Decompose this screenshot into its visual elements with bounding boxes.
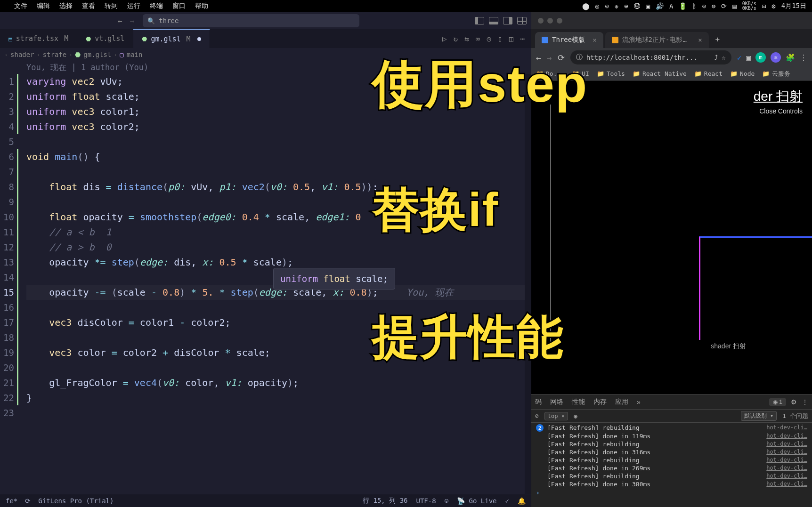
status-golive[interactable]: 📡 Go Live [457, 497, 496, 505]
code-line[interactable]: uniform vec3 color2; [26, 119, 531, 134]
code-line[interactable] [26, 164, 531, 179]
console-output[interactable]: 2[Fast Refresh] rebuildinghot-dev-cli…[F… [531, 423, 812, 507]
new-tab-icon[interactable]: + [711, 32, 725, 48]
status-icon[interactable]: ◎ [595, 2, 599, 10]
editor[interactable]: 1234567891011121314151617181920212223 va… [0, 74, 531, 494]
bookmark-folder[interactable]: 📁云服务 [762, 70, 790, 78]
issues-badge[interactable]: ◉ 1 [769, 398, 786, 406]
console-line[interactable]: 2[Fast Refresh] rebuildinghot-dev-cli… [531, 424, 812, 432]
link-icon[interactable]: ∞ [476, 34, 480, 43]
bluetooth-icon[interactable]: ᛒ [692, 2, 696, 10]
sync-icon[interactable]: ⟳ [721, 2, 727, 10]
console-line[interactable]: [Fast Refresh] rebuildinghot-dev-cli… [531, 456, 812, 464]
split-right-icon[interactable]: ◫ [509, 34, 514, 43]
bookmark-folder[interactable]: 📁Tools [597, 70, 625, 77]
search-icon[interactable]: ⊡ [762, 2, 766, 10]
record-icon[interactable]: ⬤ [582, 2, 590, 10]
tab-strafe-tsx[interactable]: ⬒ strafe.tsx M [0, 29, 77, 48]
console-line[interactable]: [Fast Refresh] rebuildinghot-dev-cli… [531, 440, 812, 448]
bookmark-folder[interactable]: 📁Node [730, 70, 755, 77]
context-dropdown[interactable]: top ▾ [544, 412, 568, 420]
camera-icon[interactable]: ▣ [646, 2, 650, 10]
breadcrumb-file[interactable]: gm.glsl [83, 51, 111, 58]
console-line[interactable]: [Fast Refresh] rebuildinghot-dev-cli… [531, 472, 812, 480]
compare-icon[interactable]: ⇆ [464, 34, 469, 43]
extension-badge-icon[interactable]: m [755, 52, 766, 63]
star-icon[interactable]: ☆ [722, 54, 725, 61]
status-feedback-icon[interactable]: ☺ [445, 497, 448, 505]
fullscreen-window-icon[interactable] [557, 18, 562, 24]
nav-back-icon[interactable]: ← [118, 16, 122, 25]
layout-grid-icon[interactable] [517, 17, 527, 24]
input-icon[interactable]: A [669, 2, 673, 10]
status-branch[interactable]: fe* [6, 497, 17, 505]
menu-view[interactable]: 查看 [82, 2, 95, 10]
webgl-canvas[interactable]: shader 扫射 [531, 81, 812, 394]
overflow-icon[interactable]: ⋮ [800, 53, 807, 62]
bookmark-folder[interactable]: 📁React [694, 70, 723, 77]
puzzle-icon[interactable]: 🧩 [786, 53, 795, 62]
control-center-icon[interactable]: ⚙ [771, 2, 775, 10]
layout-right-icon[interactable] [503, 17, 512, 24]
breadcrumb-folder[interactable]: strafe [43, 51, 67, 58]
layout-left-icon[interactable] [475, 17, 484, 24]
tab-gm-glsl[interactable]: ⬣ gm.glsl M [133, 29, 210, 48]
settings-icon[interactable]: ⚙ [791, 398, 797, 406]
tab-vt-glsl[interactable]: ⬣ vt.glsl [77, 29, 133, 48]
sound-icon[interactable]: 🔊 [656, 2, 664, 10]
run-icon[interactable]: ▷ [442, 34, 447, 43]
wifi-icon[interactable]: ⊙ [702, 2, 706, 10]
menu-edit[interactable]: 编辑 [37, 2, 50, 10]
extension-react-icon[interactable]: ⚛ [771, 52, 781, 63]
console-prompt[interactable]: › [531, 488, 812, 497]
more-icon[interactable]: ⋯ [520, 34, 525, 43]
menu-help[interactable]: 帮助 [195, 2, 208, 10]
devtools-tab[interactable]: 内存 [593, 398, 607, 406]
layout-bottom-icon[interactable] [489, 17, 498, 24]
code-line[interactable] [26, 134, 531, 149]
minimap[interactable] [525, 74, 531, 494]
browser-tab-movie[interactable]: 流浪地球2正片-电影-高清正版 × [605, 32, 709, 48]
sync-icon[interactable]: ⟳ [25, 497, 31, 505]
bookmark-folder[interactable]: 📁React Native [633, 70, 687, 77]
status-bell-icon[interactable]: 🔔 [518, 497, 526, 505]
more-icon[interactable]: ⋮ [802, 398, 808, 406]
status-cursor[interactable]: 行 15, 列 36 [363, 497, 407, 505]
code-line[interactable] [26, 405, 531, 420]
devtools-tab[interactable]: 性能 [572, 398, 585, 406]
timeline-icon[interactable]: ◷ [487, 34, 491, 43]
date[interactable]: 4月15日 [781, 2, 806, 10]
overflow-icon[interactable]: » [637, 398, 641, 406]
code-area[interactable]: varying vec2 vUv;uniform float scale;uni… [19, 74, 531, 494]
nav-forward-icon[interactable]: → [130, 16, 135, 25]
status-icon-3[interactable]: ❋ [615, 2, 618, 10]
close-tab-icon[interactable]: × [698, 36, 702, 44]
split-down-icon[interactable]: ▯ [498, 34, 503, 43]
globe-icon[interactable]: 🌐︎ [634, 2, 641, 10]
devtools-tab[interactable]: 应用 [615, 398, 628, 406]
menu-selection[interactable]: 选择 [59, 2, 73, 10]
menu-file[interactable]: 文件 [14, 2, 27, 10]
minimize-window-icon[interactable] [547, 18, 553, 24]
airdrop-icon[interactable]: ⊚ [712, 2, 715, 10]
check-icon[interactable]: ✓ [737, 53, 742, 62]
refresh-icon[interactable]: ↻ [454, 34, 458, 43]
console-line[interactable]: [Fast Refresh] done in 380mshot-dev-cli… [531, 480, 812, 488]
clear-console-icon[interactable]: ⊘ [535, 412, 539, 419]
devtools-tab[interactable]: 码 [535, 398, 542, 406]
console-line[interactable]: [Fast Refresh] done in 269mshot-dev-cli… [531, 464, 812, 472]
menu-terminal[interactable]: 终端 [150, 2, 163, 10]
status-gitlens[interactable]: GitLens Pro (Trial) [38, 497, 114, 505]
console-line[interactable]: [Fast Refresh] done in 316mshot-dev-cli… [531, 448, 812, 456]
cat-icon[interactable]: ▤ [732, 2, 736, 10]
devtools-tab[interactable]: 网络 [550, 398, 563, 406]
status-icon-2[interactable]: ⊙ [605, 2, 609, 10]
menu-run[interactable]: 运行 [127, 2, 140, 10]
close-window-icon[interactable] [538, 18, 544, 24]
close-tab-icon[interactable]: × [593, 36, 596, 44]
status-encoding[interactable]: UTF-8 [416, 497, 436, 505]
filter-icon[interactable]: ◉ [574, 412, 577, 419]
code-line[interactable]: } [26, 390, 531, 405]
browser-tab-three[interactable]: Three模版 × [535, 32, 603, 48]
share-icon[interactable]: ⤴ [715, 54, 718, 61]
